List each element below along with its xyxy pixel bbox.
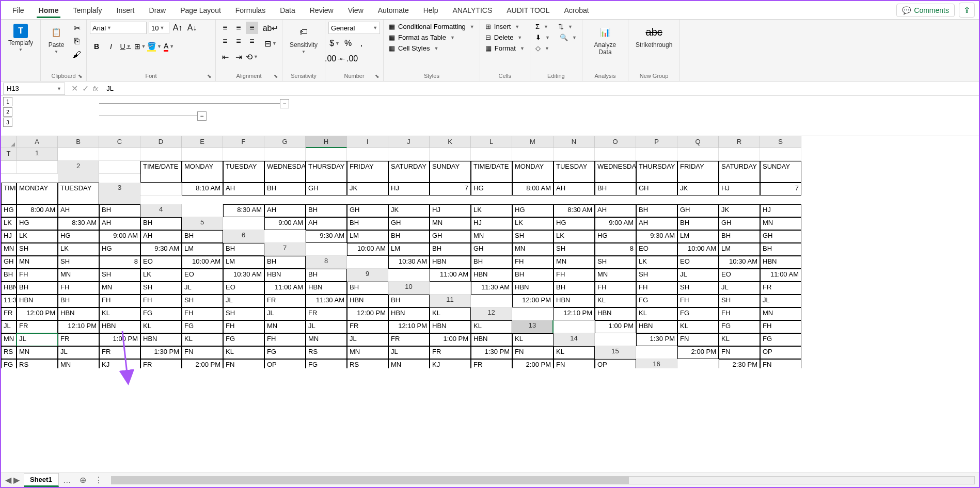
cancel-formula-icon[interactable]: ✕ [71, 84, 78, 93]
cell-Q1[interactable] [719, 148, 760, 161]
cell-I11[interactable]: FR [1, 307, 17, 320]
cell-L3[interactable]: BH [595, 183, 636, 196]
cell-F11[interactable]: FH [677, 295, 719, 307]
cell-D15[interactable]: OP [760, 346, 801, 359]
horizontal-scrollbar[interactable] [111, 476, 975, 484]
cell-M4[interactable]: GH [677, 204, 719, 217]
fx-icon[interactable]: fx [93, 85, 98, 92]
row-header-15[interactable]: 15 [595, 346, 636, 359]
cell-H4[interactable]: LK [471, 204, 512, 217]
cell-F4[interactable]: JK [388, 204, 430, 217]
cell-H14[interactable]: JL [58, 346, 99, 359]
cell-E5[interactable]: GH [388, 217, 430, 230]
cell-A2[interactable] [99, 161, 140, 174]
cell-S3[interactable]: AH [58, 204, 99, 217]
cell-H2[interactable]: SATURDAY [388, 161, 430, 183]
ribbon-tab-help[interactable]: Help [416, 3, 446, 18]
formula-input[interactable]: JL [102, 85, 979, 92]
cell-R4[interactable]: 8:30 AM [58, 217, 99, 230]
cell-J9[interactable]: 11:00 AM [760, 269, 801, 282]
cell-A5[interactable] [223, 217, 264, 230]
cell-O13[interactable]: MN [306, 333, 347, 346]
conditional-formatting-button[interactable]: ▦Conditional Formatting▼ [387, 22, 477, 31]
cell-E10[interactable]: FH [595, 282, 636, 295]
cell-F10[interactable]: FH [636, 282, 677, 295]
cell-T9[interactable]: BH [347, 282, 388, 295]
cell-K11[interactable]: HBN [58, 307, 99, 320]
ribbon-tab-data[interactable]: Data [273, 3, 303, 18]
cell-I6[interactable]: HG [595, 230, 636, 243]
cell-G13[interactable]: MN [1, 333, 17, 346]
cell-O9[interactable]: SH [140, 282, 182, 295]
ribbon-tab-insert[interactable]: Insert [109, 3, 142, 18]
cell-P1[interactable] [677, 148, 719, 161]
cell-F15[interactable]: RS [17, 359, 58, 368]
cell-I14[interactable]: FR [99, 346, 140, 359]
col-header-H[interactable]: H [306, 136, 347, 148]
cell-A14[interactable] [595, 333, 636, 346]
cell-R9[interactable]: 11:00 AM [264, 282, 306, 295]
cell-H9[interactable]: JL [677, 269, 719, 282]
cell-N14[interactable]: RS [306, 346, 347, 359]
cell-P5[interactable]: LK [17, 230, 58, 243]
cell-M7[interactable]: GH [1, 256, 17, 269]
cell-G10[interactable]: SH [677, 282, 719, 295]
cell-G6[interactable]: SH [512, 230, 554, 243]
cell-M11[interactable]: FG [140, 307, 182, 320]
ribbon-tab-analytics[interactable]: ANALYTICS [445, 3, 499, 18]
row-header-1[interactable]: 1 [17, 148, 58, 161]
cell-P4[interactable]: LK [1, 217, 17, 230]
cell-F13[interactable]: FH [760, 320, 801, 333]
ribbon-tab-acrobat[interactable]: Acrobat [557, 3, 596, 18]
cell-J3[interactable]: 8:00 AM [512, 183, 554, 196]
name-box[interactable]: H13▼ [3, 83, 65, 95]
col-header-M[interactable]: M [512, 136, 554, 148]
cell-E15[interactable]: FG [1, 359, 17, 368]
outline-level-3[interactable]: 3 [3, 118, 12, 127]
cell-Q14[interactable]: FR [430, 346, 471, 359]
cell-J1[interactable] [430, 148, 471, 161]
cell-P3[interactable]: 7 [760, 183, 801, 196]
cell-G2[interactable]: FRIDAY [347, 161, 388, 183]
cell-I10[interactable]: FR [760, 282, 801, 295]
cell-A4[interactable] [182, 204, 223, 217]
cell-S11[interactable]: HBN [388, 307, 430, 320]
cell-K10[interactable]: HBN [17, 295, 58, 307]
row-header-2[interactable]: 2 [58, 161, 99, 183]
cell-O4[interactable]: HJ [760, 204, 801, 217]
align-right[interactable]: ≡ [246, 35, 258, 47]
font-launcher[interactable]: ⬊ [207, 73, 211, 79]
col-header-N[interactable]: N [554, 136, 595, 148]
row-header-14[interactable]: 14 [554, 333, 595, 346]
row-header-16[interactable]: 16 [636, 359, 677, 368]
col-header-D[interactable]: D [140, 136, 182, 148]
cell-L15[interactable]: OP [264, 359, 306, 368]
cell-T12[interactable]: KL [471, 320, 512, 333]
cell-B9[interactable]: 11:00 AM [430, 269, 471, 282]
cell-J12[interactable]: 12:10 PM [58, 320, 99, 333]
cell-H5[interactable]: LK [512, 217, 554, 230]
cell-N5[interactable]: MN [760, 217, 801, 230]
cell-Q11[interactable]: FR [306, 307, 347, 320]
row-header-10[interactable]: 10 [388, 282, 430, 295]
cell-A11[interactable] [471, 295, 512, 307]
cell-Q4[interactable]: HG [17, 217, 58, 230]
cell-B3[interactable]: 8:10 AM [182, 183, 223, 196]
cell-Q12[interactable]: FR [347, 320, 388, 333]
col-header-A[interactable]: A [17, 136, 58, 148]
col-header-C[interactable]: C [99, 136, 140, 148]
cell-Q7[interactable]: EO [140, 256, 182, 269]
cell-P2[interactable]: SATURDAY [719, 161, 760, 183]
cell-B12[interactable]: 12:10 PM [554, 307, 595, 320]
align-left[interactable]: ≡ [219, 35, 231, 47]
cell-I15[interactable]: FR [140, 359, 182, 368]
cell-C2[interactable]: MONDAY [182, 161, 223, 183]
cell-I12[interactable]: FR [17, 320, 58, 333]
cell-P10[interactable]: JL [223, 295, 264, 307]
cell-H11[interactable]: JL [760, 295, 801, 307]
cell-K5[interactable]: AH [636, 217, 677, 230]
col-header-Q[interactable]: Q [677, 136, 719, 148]
cell-O8[interactable]: SH [99, 269, 140, 282]
cell-T4[interactable]: BH [140, 217, 182, 230]
col-header-P[interactable]: P [636, 136, 677, 148]
